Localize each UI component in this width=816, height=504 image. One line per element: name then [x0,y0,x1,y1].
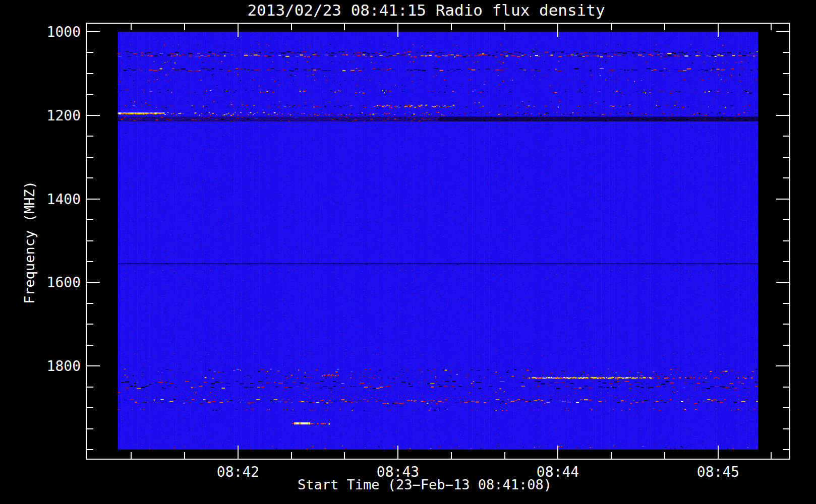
y-minor-tick [87,94,93,95]
y-minor-tick-right [783,345,789,346]
y-minor-tick-right [783,261,789,262]
y-major-tick [87,199,100,200]
y-major-tick [87,31,100,32]
x-minor-tick-top [451,24,452,30]
y-minor-tick [87,136,93,137]
y-minor-tick [87,157,93,158]
y-major-tick-right [776,365,789,366]
x-minor-tick [664,452,665,459]
x-major-tick-top [557,24,558,37]
y-minor-tick [87,324,93,325]
x-major-tick-top [397,24,398,37]
x-minor-tick-top [504,24,505,30]
y-major-tick-right [776,282,789,283]
x-major-tick [397,446,398,459]
x-minor-tick-top [611,24,612,30]
y-major-tick [87,282,100,283]
y-minor-tick-right [783,219,789,220]
y-tick-label: 1400 [34,191,81,208]
y-major-tick-right [776,115,789,116]
y-minor-tick [87,428,93,429]
y-minor-tick [87,261,93,262]
chart-title: 2013/02/23 08:41:15 Radio flux density [224,1,628,19]
y-minor-tick-right [783,157,789,158]
x-minor-tick-top [771,24,772,30]
x-minor-tick-top [131,24,132,30]
y-minor-tick [87,73,93,74]
y-minor-tick [87,449,93,450]
x-minor-tick [184,452,185,459]
y-minor-tick-right [783,449,789,450]
plot-frame [86,23,790,460]
y-minor-tick-right [783,324,789,325]
x-major-tick [238,446,239,459]
x-minor-tick [291,452,292,459]
x-minor-tick-top [291,24,292,30]
y-tick-label: 1200 [34,107,81,124]
x-minor-tick [344,452,345,459]
y-minor-tick-right [783,177,789,178]
radio-spectrogram-figure: 2013/02/23 08:41:15 Radio flux density 0… [0,0,816,504]
x-major-tick [557,446,558,459]
y-major-tick [87,115,100,116]
x-minor-tick-top [184,24,185,30]
x-minor-tick [131,452,132,459]
y-tick-label: 1000 [34,24,81,40]
x-minor-tick [451,452,452,459]
y-minor-tick-right [783,240,789,241]
y-minor-tick-right [783,428,789,429]
x-minor-tick-top [344,24,345,30]
y-minor-tick [87,240,93,241]
y-minor-tick-right [783,94,789,95]
y-major-tick-right [776,31,789,32]
x-tick-label: 08:45 [688,464,748,480]
y-minor-tick [87,219,93,220]
y-tick-label: 1800 [34,358,81,374]
y-minor-tick [87,177,93,178]
x-minor-tick [611,452,612,459]
y-tick-label: 1600 [34,274,81,291]
y-major-tick-right [776,199,789,200]
y-minor-tick-right [783,73,789,74]
x-major-tick [718,446,719,459]
y-minor-tick [87,387,93,388]
x-major-tick-top [238,24,239,37]
x-minor-tick-top [664,24,665,30]
y-axis-title: Frequency (MHZ) [22,167,36,318]
x-minor-tick [504,452,505,459]
y-minor-tick-right [783,303,789,304]
x-minor-tick [771,452,772,459]
y-minor-tick-right [783,136,789,137]
y-minor-tick [87,345,93,346]
y-minor-tick [87,52,93,53]
y-minor-tick-right [783,52,789,53]
y-minor-tick [87,303,93,304]
x-major-tick-top [718,24,719,37]
y-minor-tick [87,407,93,408]
y-minor-tick-right [783,407,789,408]
y-minor-tick-right [783,387,789,388]
x-axis-title: Start Time (23−Feb−13 08:41:08) [223,477,626,492]
y-major-tick [87,365,100,366]
